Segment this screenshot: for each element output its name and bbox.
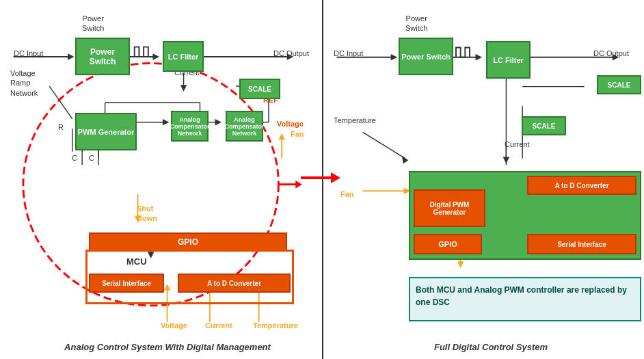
right-dsc-box: DSC Controller Digital PWM Generator A t…	[409, 171, 641, 260]
svg-marker-59	[331, 172, 340, 183]
left-voltage-bottom-label: Voltage	[161, 321, 187, 330]
right-scale-top-box: SCALE	[597, 75, 641, 94]
svg-line-50	[363, 132, 405, 158]
right-dc-input-label: DC Input	[334, 49, 363, 57]
left-fan-label: Fan	[291, 130, 304, 138]
left-scale-box: SCALE	[239, 79, 280, 99]
left-analog-comp1-box: Analog Compensator Network	[171, 111, 209, 142]
right-caption: Full Digital Control System	[358, 342, 624, 352]
left-r-label: R	[58, 123, 64, 131]
svg-marker-42	[476, 54, 483, 61]
left-panel: DC Input DC Output PowerSwitch Current V…	[0, 0, 322, 359]
left-temperature-label: Temperature	[253, 321, 298, 330]
right-power-switch-label: PowerSwitch	[405, 14, 427, 34]
right-fan-label: Fan	[340, 190, 354, 198]
left-c1-label: C	[72, 154, 77, 162]
right-atod-box: A to D Converter	[527, 176, 636, 195]
left-serial-box: Serial Interface	[89, 274, 164, 293]
left-current-bottom-label: Current	[205, 321, 232, 330]
left-dc-output-label: DC Output	[273, 49, 309, 57]
right-gpio-box: GPIO	[414, 234, 482, 254]
svg-marker-55	[457, 261, 464, 268]
left-voltage-ramp-label: VoltageRampNetwork	[10, 68, 38, 98]
left-pwm-box: PWM Generator	[75, 113, 137, 150]
svg-marker-1	[68, 53, 75, 60]
right-note-box: Both MCU and Analog PWM controller are r…	[409, 277, 641, 321]
left-shutdown-label: ShutDown	[137, 204, 157, 224]
left-atod-box: A to D Converter	[178, 274, 291, 293]
svg-marker-13	[215, 119, 222, 126]
svg-marker-5	[153, 53, 160, 60]
right-dc-output-label: DC Output	[593, 49, 629, 57]
svg-line-9	[49, 86, 72, 119]
svg-marker-46	[503, 157, 510, 164]
svg-marker-36	[278, 133, 285, 140]
left-diagram: DC Input DC Output PowerSwitch Current V…	[7, 7, 315, 352]
left-power-switch-box: Power Switch	[75, 38, 130, 75]
left-caption: Analog Control System With Digital Manag…	[21, 342, 314, 352]
right-scale-mid-box: SCALE	[522, 116, 566, 135]
right-panel: DC Input DC Output PowerSwitch Temperatu…	[322, 0, 644, 359]
main-container: DC Input DC Output PowerSwitch Current V…	[0, 0, 644, 359]
left-gpio-box: GPIO	[89, 232, 287, 252]
svg-marker-40	[391, 54, 398, 61]
left-c2-label: C	[89, 154, 94, 162]
right-digital-pwm-box: Digital PWM Generator	[414, 189, 485, 227]
right-current-label: Current	[505, 140, 530, 148]
left-power-switch-label: PowerSwitch	[82, 14, 104, 34]
center-red-arrow	[301, 168, 342, 191]
right-lc-filter-box: LC Filter	[486, 41, 531, 79]
left-lc-filter-box: LC Filter	[163, 41, 204, 72]
svg-marker-51	[402, 156, 409, 163]
svg-marker-7	[180, 85, 187, 92]
svg-marker-11	[163, 119, 170, 126]
svg-marker-49	[519, 157, 522, 164]
right-serial-box: Serial Interface	[527, 234, 636, 254]
left-analog-comp2-box: Analog Compensator Network	[226, 111, 263, 142]
right-power-switch-box: Power Switch	[399, 38, 453, 75]
left-voltage-label: Voltage	[277, 120, 304, 128]
left-dc-input-label: DC Input	[14, 49, 43, 57]
right-temperature-label: Temperature	[334, 116, 376, 124]
right-diagram: DC Input DC Output PowerSwitch Temperatu…	[330, 7, 637, 352]
